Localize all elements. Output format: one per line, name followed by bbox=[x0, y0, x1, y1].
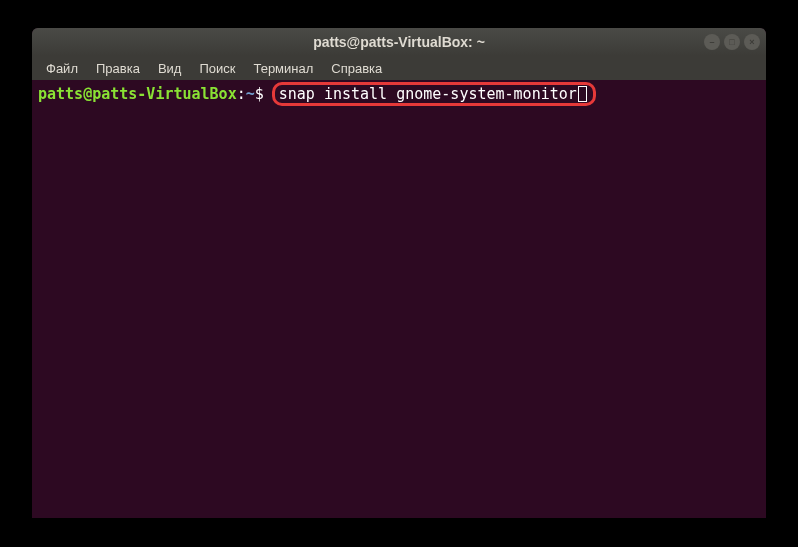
prompt-user: patts@patts-VirtualBox bbox=[38, 84, 237, 104]
maximize-icon: □ bbox=[729, 37, 734, 47]
minimize-icon: – bbox=[709, 37, 714, 47]
cursor-icon bbox=[578, 86, 587, 102]
terminal-window: patts@patts-VirtualBox: ~ – □ × Файл Пра… bbox=[32, 28, 766, 518]
command-highlight: snap install gnome-system-monitor bbox=[272, 82, 596, 106]
titlebar[interactable]: patts@patts-VirtualBox: ~ – □ × bbox=[32, 28, 766, 56]
prompt-dollar: $ bbox=[255, 84, 264, 104]
close-button[interactable]: × bbox=[744, 34, 760, 50]
menu-view[interactable]: Вид bbox=[150, 59, 190, 78]
menu-terminal[interactable]: Терминал bbox=[245, 59, 321, 78]
maximize-button[interactable]: □ bbox=[724, 34, 740, 50]
command-text: snap install gnome-system-monitor bbox=[279, 84, 577, 104]
menu-edit[interactable]: Правка bbox=[88, 59, 148, 78]
terminal-body[interactable]: patts@patts-VirtualBox : ~ $ snap instal… bbox=[32, 80, 766, 518]
prompt-colon: : bbox=[237, 84, 246, 104]
prompt-line: patts@patts-VirtualBox : ~ $ snap instal… bbox=[38, 82, 760, 106]
close-icon: × bbox=[749, 37, 754, 47]
window-title: patts@patts-VirtualBox: ~ bbox=[313, 34, 485, 50]
menu-help[interactable]: Справка bbox=[323, 59, 390, 78]
menu-search[interactable]: Поиск bbox=[191, 59, 243, 78]
menu-file[interactable]: Файл bbox=[38, 59, 86, 78]
minimize-button[interactable]: – bbox=[704, 34, 720, 50]
menubar: Файл Правка Вид Поиск Терминал Справка bbox=[32, 56, 766, 80]
window-controls: – □ × bbox=[704, 34, 760, 50]
prompt-path: ~ bbox=[246, 84, 255, 104]
